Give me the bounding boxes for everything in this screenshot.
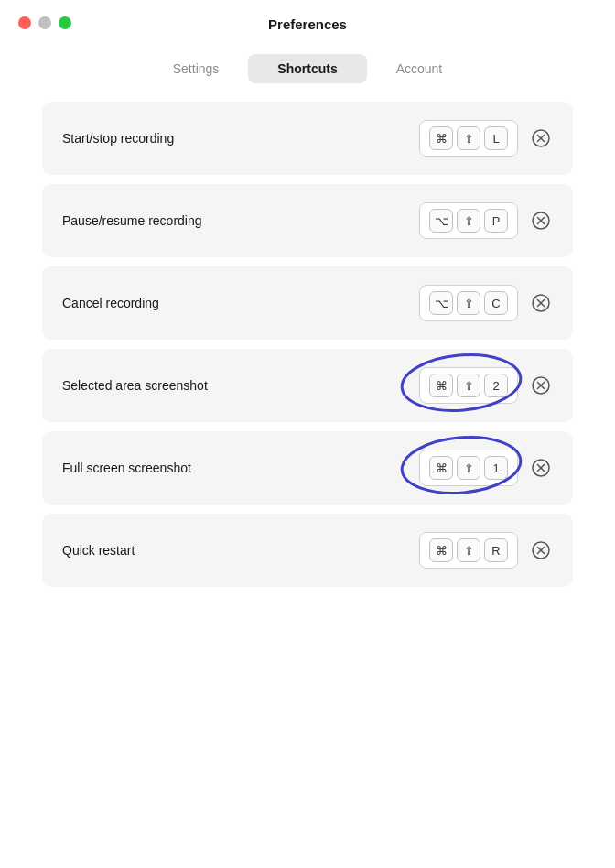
shortcut-row-cancel: Cancel recording⌥⇧C	[42, 266, 573, 340]
key-full-screen-0: ⌘	[429, 456, 453, 480]
shortcut-row-pause-resume: Pause/resume recording⌥⇧P	[42, 184, 573, 257]
keys-wrapper-selected-area: ⌘⇧2	[419, 367, 518, 404]
window-title: Preferences	[268, 16, 347, 32]
shortcut-row-full-screen: Full screen screenshot⌘⇧1	[42, 431, 573, 505]
key-cancel-2: C	[484, 291, 508, 315]
key-quick-restart-0: ⌘	[429, 538, 453, 562]
tab-account[interactable]: Account	[367, 54, 472, 83]
key-pause-resume-1: ⇧	[457, 209, 480, 233]
keys-group-full-screen[interactable]: ⌘⇧1	[419, 450, 518, 486]
clear-button-pause-resume[interactable]	[529, 209, 553, 233]
clear-button-cancel[interactable]	[529, 291, 553, 315]
close-button[interactable]	[18, 16, 31, 29]
shortcut-right-selected-area: ⌘⇧2	[419, 367, 553, 404]
maximize-button[interactable]	[59, 16, 71, 29]
key-pause-resume-0: ⌥	[429, 209, 453, 233]
key-selected-area-2: 2	[484, 374, 508, 397]
shortcut-label-quick-restart: Quick restart	[62, 543, 135, 558]
content-area: Start/stop recording⌘⇧L Pause/resume rec…	[42, 102, 573, 587]
keys-group-cancel[interactable]: ⌥⇧C	[419, 285, 518, 321]
shortcut-right-full-screen: ⌘⇧1	[419, 450, 553, 486]
shortcut-right-pause-resume: ⌥⇧P	[419, 202, 553, 239]
clear-button-full-screen[interactable]	[529, 456, 553, 480]
shortcut-label-pause-resume: Pause/resume recording	[62, 213, 202, 228]
tab-shortcuts[interactable]: Shortcuts	[248, 54, 366, 83]
clear-button-start-stop[interactable]	[529, 126, 553, 150]
keys-wrapper-start-stop: ⌘⇧L	[419, 120, 518, 157]
clear-button-selected-area[interactable]	[529, 374, 553, 397]
shortcut-right-cancel: ⌥⇧C	[419, 285, 553, 321]
keys-wrapper-pause-resume: ⌥⇧P	[419, 202, 518, 239]
shortcut-label-full-screen: Full screen screenshot	[62, 461, 191, 475]
keys-wrapper-cancel: ⌥⇧C	[419, 285, 518, 321]
shortcut-row-quick-restart: Quick restart⌘⇧R	[42, 514, 573, 587]
shortcut-right-quick-restart: ⌘⇧R	[419, 532, 553, 569]
key-start-stop-1: ⇧	[457, 126, 480, 150]
keys-group-quick-restart[interactable]: ⌘⇧R	[419, 532, 518, 569]
key-selected-area-1: ⇧	[457, 374, 480, 397]
key-quick-restart-1: ⇧	[457, 538, 480, 562]
tabs-container: Settings Shortcuts Account	[144, 54, 472, 83]
keys-wrapper-full-screen: ⌘⇧1	[419, 450, 518, 486]
shortcut-label-cancel: Cancel recording	[62, 296, 159, 310]
key-pause-resume-2: P	[484, 209, 508, 233]
keys-group-pause-resume[interactable]: ⌥⇧P	[419, 202, 518, 239]
keys-wrapper-quick-restart: ⌘⇧R	[419, 532, 518, 569]
shortcut-label-selected-area: Selected area screenshot	[62, 378, 208, 393]
minimize-button[interactable]	[38, 16, 51, 29]
key-start-stop-0: ⌘	[429, 126, 453, 150]
window-controls	[18, 16, 71, 29]
clear-button-quick-restart[interactable]	[529, 538, 553, 562]
title-bar: Preferences	[0, 0, 615, 41]
key-start-stop-2: L	[484, 126, 508, 150]
shortcut-row-selected-area: Selected area screenshot⌘⇧2	[42, 349, 573, 422]
shortcut-label-start-stop: Start/stop recording	[62, 131, 174, 146]
tab-settings[interactable]: Settings	[144, 54, 249, 83]
shortcut-row-start-stop: Start/stop recording⌘⇧L	[42, 102, 573, 175]
key-cancel-1: ⇧	[457, 291, 480, 315]
key-cancel-0: ⌥	[429, 291, 453, 315]
key-full-screen-2: 1	[484, 456, 508, 480]
shortcut-right-start-stop: ⌘⇧L	[419, 120, 553, 157]
key-selected-area-0: ⌘	[429, 374, 453, 397]
key-quick-restart-2: R	[484, 538, 508, 562]
keys-group-start-stop[interactable]: ⌘⇧L	[419, 120, 518, 157]
key-full-screen-1: ⇧	[457, 456, 480, 480]
keys-group-selected-area[interactable]: ⌘⇧2	[419, 367, 518, 404]
